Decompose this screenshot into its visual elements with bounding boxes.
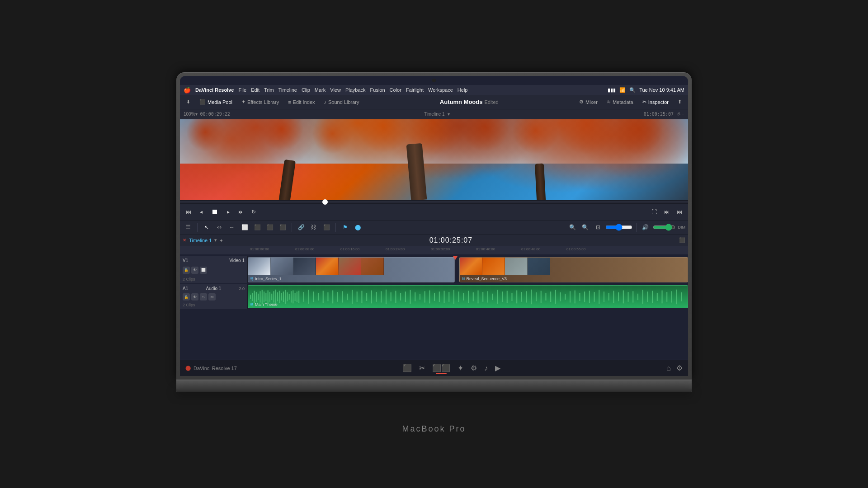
home-button[interactable]: ⌂ (666, 364, 671, 372)
svg-rect-40 (371, 290, 372, 303)
end-frame-button[interactable]: ⏮ (675, 207, 684, 217)
timeline-dropdown-icon[interactable]: ▾ (448, 112, 450, 117)
panel-toggle-button[interactable]: ⬇ (183, 97, 194, 108)
svg-rect-64 (487, 291, 488, 302)
menu-clip[interactable]: Clip (302, 87, 310, 93)
zoom-out-timeline[interactable]: 🔍 (567, 222, 578, 233)
track-lock-button[interactable]: 🔒 (183, 267, 190, 274)
audio-m-button[interactable]: M (208, 293, 216, 300)
media-dock-icon: ⬛ (403, 364, 412, 372)
loop-button[interactable]: ↻ (249, 207, 259, 217)
select-tool[interactable]: ↖ (201, 222, 212, 233)
blade-tool[interactable]: ⬜ (239, 222, 250, 233)
scrubber-thumb[interactable] (322, 199, 328, 205)
menu-color[interactable]: Color (390, 87, 401, 93)
menu-playback[interactable]: Playback (345, 87, 366, 93)
transport-controls: ⏮ ◂ ⏹ ▸ ⏭ ↻ ⛶ ⏭ ⏮ (180, 204, 688, 220)
zoom-dropdown-icon[interactable]: ▾ (195, 112, 198, 117)
timeline-name-display[interactable]: Timeline 1 (424, 112, 445, 117)
menu-fairlight[interactable]: Fairlight (406, 87, 424, 93)
svg-rect-34 (342, 291, 343, 302)
track-panel-toggle[interactable]: ☰ (183, 222, 193, 233)
flag-button[interactable]: ⚑ (340, 222, 350, 233)
menu-workspace[interactable]: Workspace (428, 87, 453, 93)
snap-toggle[interactable]: ⬛ (321, 222, 332, 233)
viewer-more-icon[interactable]: ⋯ (680, 112, 684, 117)
dock-fusion-item[interactable]: ✦ (458, 364, 463, 372)
link-clips[interactable]: ⛓ (308, 222, 319, 233)
audio-track-content[interactable]: ⛓ Main Theme (248, 284, 688, 309)
zoom-slider[interactable] (605, 224, 632, 231)
menu-mark[interactable]: Mark (315, 87, 326, 93)
zoom-fit-timeline[interactable]: ⊡ (593, 222, 604, 233)
svg-rect-90 (613, 291, 614, 303)
link-toggle[interactable]: 🔗 (296, 222, 307, 233)
timeline-dropdown-chevron[interactable]: ▾ (214, 237, 217, 243)
step-back-button[interactable]: ◂ (196, 207, 206, 217)
menu-help[interactable]: Help (458, 87, 468, 93)
deliver-dock-icon: ▶ (495, 364, 500, 372)
tree-scene (180, 119, 688, 200)
dock-cut-item[interactable]: ✂ (419, 364, 425, 372)
svg-rect-5 (259, 291, 260, 302)
video-clip-2[interactable]: ⛓ Reveal_Sequence_V3 (459, 257, 688, 282)
settings-button[interactable]: ⚙ (676, 364, 683, 372)
svg-rect-51 (425, 291, 425, 302)
audio-lock-button[interactable]: 🔒 (183, 293, 190, 300)
dock-fairlight-item[interactable]: ♪ (484, 364, 488, 372)
video-track-row: V1 Video 1 🔒 👁 ⬜ 2 Clips (180, 256, 688, 283)
track-audio-button[interactable]: ⬜ (200, 267, 207, 274)
timeline-ruler[interactable]: 01:00:00:00 01:00:08:00 01:00:16:00 01:0… (180, 246, 688, 254)
next-clip-button[interactable]: ⏭ (662, 207, 672, 217)
slip-tool[interactable]: ⬛ (252, 222, 263, 233)
menu-timeline[interactable]: Timeline (278, 87, 297, 93)
audio-s-button[interactable]: S (200, 293, 207, 300)
timeline-close-button[interactable]: ✕ (183, 238, 186, 243)
menu-trim[interactable]: Trim (264, 87, 274, 93)
add-timeline-button[interactable]: + (220, 238, 222, 243)
step-forward-button[interactable]: ▸ (223, 207, 233, 217)
timeline-timecode: 01:00:25:07 (429, 236, 473, 244)
go-to-end-button[interactable]: ⏭ (236, 207, 246, 217)
menu-view[interactable]: View (330, 87, 341, 93)
media-pool-button[interactable]: ⬛ Media Pool (196, 97, 236, 108)
dock-edit-item[interactable]: ⬛⬛ (432, 364, 450, 372)
search-icon[interactable]: 🔍 (629, 87, 636, 93)
zoom-level[interactable]: 100% (184, 112, 195, 117)
metadata-button[interactable]: ≋ Metadata (603, 97, 637, 108)
edit-index-button[interactable]: ≡ Edit Index (284, 97, 318, 108)
preview-scrubber[interactable] (180, 200, 688, 204)
dynamic-trim-tool[interactable]: ↔ (226, 222, 237, 233)
trim-tool[interactable]: ⇔ (214, 222, 225, 233)
audio-clip-1[interactable]: ⛓ Main Theme (248, 285, 688, 308)
zoom-in-timeline[interactable]: 🔍 (580, 222, 591, 233)
menu-file[interactable]: File (238, 87, 246, 93)
sound-library-button[interactable]: ♪ Sound Library (321, 97, 363, 108)
play-stop-button[interactable]: ⏹ (209, 206, 221, 218)
dock-color-item[interactable]: ⚙ (471, 364, 477, 372)
timeline-name-tab[interactable]: Timeline 1 (189, 238, 212, 243)
mixer-button[interactable]: ⚙ Mixer (576, 97, 601, 108)
timeline-panel-icon[interactable]: ⬛ (679, 237, 685, 243)
fullscreen-button[interactable]: ⛶ (649, 207, 659, 217)
slide-tool[interactable]: ⬛ (264, 222, 275, 233)
panel-toggle-right-button[interactable]: ⬆ (674, 97, 685, 108)
effects-library-button[interactable]: ✦ Effects Library (238, 97, 283, 108)
video-clip-1[interactable]: ⛓ Intro_Series_1 (248, 257, 455, 282)
dock-media-item[interactable]: ⬛ (403, 364, 412, 372)
audio-visibility-button[interactable]: 👁 (191, 293, 198, 300)
color-button[interactable]: ⬤ (352, 222, 363, 233)
warp-tool[interactable]: ⬛ (277, 222, 288, 233)
inspector-button[interactable]: ✂ Inspector (639, 97, 672, 108)
track-visibility-button[interactable]: 👁 (191, 267, 198, 274)
video-track-content[interactable]: ⛓ Intro_Series_1 (248, 256, 688, 283)
menu-edit[interactable]: Edit (251, 87, 259, 93)
viewer-sync-icon[interactable]: ↺ (676, 112, 680, 117)
audio-level-slider[interactable] (653, 224, 675, 231)
apple-logo-icon[interactable]: 🍎 (184, 87, 191, 94)
go-to-start-button[interactable]: ⏮ (184, 207, 193, 217)
dock-deliver-item[interactable]: ▶ (495, 364, 500, 372)
audio-volume-icon[interactable]: 🔊 (640, 222, 651, 233)
svg-rect-63 (482, 292, 483, 302)
menu-fusion[interactable]: Fusion (370, 87, 385, 93)
